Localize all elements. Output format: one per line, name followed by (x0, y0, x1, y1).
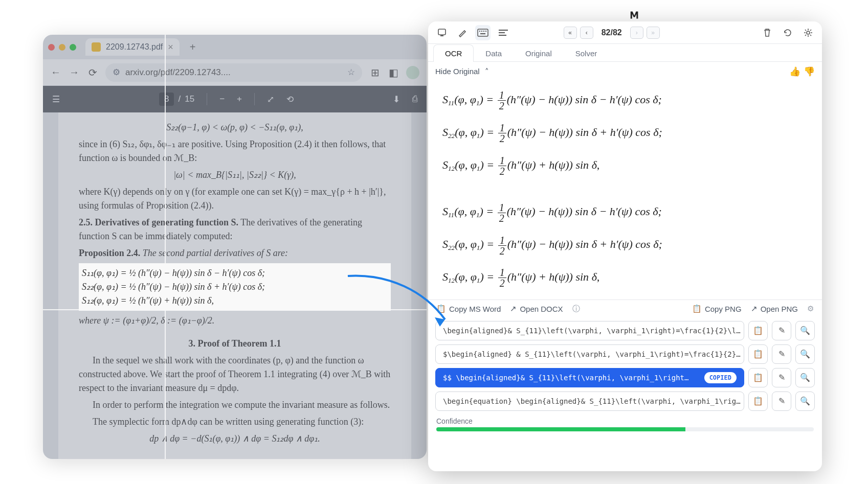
pdf-eq2: S₂₂(φ, φ₁) = ½ (h″(ψ) − h(ψ)) sin δ + h′… (82, 280, 391, 294)
latex-code[interactable]: $\begin{aligned} & S_{11}\left(\varphi, … (435, 344, 744, 364)
page-count: 82/82 (602, 28, 622, 37)
confidence-track (436, 427, 814, 431)
copied-badge: COPIED (704, 372, 737, 383)
browser-window: 2209.12743.pdf × + ← → ⟳ ⚙ arxiv.org/pdf… (43, 35, 427, 459)
rotate-icon[interactable]: ⟲ (286, 94, 294, 105)
latex-code[interactable]: \begin{aligned}& S_{11}\left(\varphi, \v… (435, 321, 744, 340)
copy-button[interactable]: 📋 (748, 391, 768, 411)
page-next-button[interactable]: › (630, 27, 643, 39)
pdf-eq-sym: dp ∧ dφ = −d(S₁(φ, φ₁)) ∧ dφ = S₁₂dφ ∧ d… (79, 432, 391, 446)
pdf-where: where ψ := (φ₁+φ)/2, δ := (φ₁−φ)/2. (79, 314, 391, 328)
svg-rect-9 (499, 32, 505, 33)
pdf-viewport[interactable]: S₂₂(φ−1, φ) < ω(p, φ) < −S₁₁(φ, φ₁), sin… (43, 112, 427, 459)
settings-icon[interactable] (800, 25, 816, 40)
svg-rect-2 (478, 29, 488, 36)
tab-data[interactable]: Data (474, 44, 514, 62)
zoom-in-icon[interactable]: + (237, 94, 242, 104)
panel-pager: « ‹ 82/82 › » (564, 27, 660, 39)
pdf-para1: since in (6) S₁₂, δφ₁, δφ₋₁ are positive… (79, 137, 391, 165)
edit-button[interactable]: ✎ (772, 368, 791, 387)
copy-button[interactable]: 📋 (748, 344, 768, 364)
svg-rect-3 (479, 31, 480, 32)
edit-button[interactable]: ✎ (772, 344, 791, 364)
help-icon[interactable]: ⓘ (572, 304, 580, 314)
crop-tool-icon[interactable] (434, 25, 450, 40)
minimize-window-icon[interactable] (59, 44, 65, 51)
maximize-window-icon[interactable] (70, 44, 76, 51)
hide-original-toggle[interactable]: Hide Original ˄ (435, 67, 489, 76)
svg-rect-0 (438, 29, 446, 35)
reload-button[interactable]: ⟳ (87, 66, 98, 79)
math-row-5: S22(φ, φ1) = 12(h″(ψ) − h(ψ)) sin δ + h′… (442, 228, 808, 261)
open-png-button[interactable]: ↗Open PNG (751, 304, 798, 313)
pdf-eq1: S₁₁(φ, φ₁) = ½ (h″(ψ) − h(ψ)) sin δ − h′… (82, 266, 391, 280)
page-current[interactable]: 8 (159, 93, 174, 106)
fit-page-icon[interactable]: ⤢ (267, 94, 274, 105)
sidepanel-icon[interactable]: ◧ (388, 66, 399, 79)
pdf-eq3: S₁₂(φ, φ₁) = ½ (h″(ψ) + h(ψ)) sin δ, (82, 294, 391, 308)
bookmark-icon[interactable]: ☆ (347, 67, 355, 78)
page-prev-button[interactable]: ‹ (580, 27, 593, 39)
print-icon[interactable]: ⎙ (412, 94, 417, 104)
tab-ocr[interactable]: OCR (433, 44, 474, 62)
tab-original[interactable]: Original (514, 44, 564, 62)
pen-tool-icon[interactable] (455, 25, 470, 40)
tab-solver[interactable]: Solver (564, 44, 609, 62)
search-button[interactable]: 🔍 (795, 321, 815, 340)
download-icon[interactable]: ⬇ (393, 94, 400, 105)
menu-icon[interactable]: ☰ (52, 94, 60, 105)
pdf-body2c: The symplectic form dp∧dφ can be written… (79, 415, 391, 429)
svg-rect-1 (440, 35, 443, 36)
pdf-para2: where K(γ) depends only on γ (for exampl… (79, 185, 391, 213)
pdf-toolbar: ☰ 8 / 15 − + ⤢ ⟲ ⬇ ⎙ (43, 86, 427, 112)
thumbs-up-icon[interactable]: 👍 (789, 66, 800, 77)
thumbs-down-icon[interactable]: 👎 (804, 66, 815, 77)
pdf-eq-bound: |ω| < max_B{|S₁₁|, |S₂₂|} < K(γ), (79, 168, 391, 182)
refresh-icon[interactable] (780, 25, 795, 40)
keyboard-tool-icon[interactable] (475, 25, 491, 40)
search-button[interactable]: 🔍 (795, 344, 815, 364)
edit-button[interactable]: ✎ (772, 391, 791, 411)
extensions-icon[interactable]: ⊞ (369, 66, 381, 79)
new-tab-button[interactable]: + (185, 39, 201, 55)
back-button[interactable]: ← (50, 66, 61, 78)
svg-point-11 (807, 31, 810, 34)
site-settings-icon[interactable]: ⚙ (113, 67, 120, 78)
pdf-body2a: In the sequel we shall work with the coo… (79, 354, 391, 395)
profile-avatar-icon[interactable] (406, 66, 419, 79)
search-button[interactable]: 🔍 (795, 368, 815, 387)
window-controls[interactable] (48, 44, 76, 51)
delete-icon[interactable] (760, 25, 775, 40)
copy-png-button[interactable]: 📋Copy PNG (692, 304, 742, 313)
export-settings-icon[interactable]: ⚙ (807, 304, 814, 313)
svg-rect-5 (483, 31, 484, 32)
latex-row: $\begin{aligned} & S_{11}\left(\varphi, … (435, 344, 815, 364)
latex-code[interactable]: \begin{equation} \begin{aligned}& S_{11}… (435, 391, 744, 411)
page-first-button[interactable]: « (564, 27, 577, 39)
forward-button[interactable]: → (69, 66, 80, 78)
snip-panel: « ‹ 82/82 › » OCR Data Original Solver H… (428, 21, 822, 471)
external-link-icon: ↗ (510, 304, 517, 313)
external-link-icon: ↗ (751, 304, 758, 313)
clipboard-icon: 📋 (436, 304, 446, 313)
math-preview: S11(φ, φ1) = 12(h″(ψ) − h(ψ)) sin δ − h′… (428, 81, 822, 299)
copy-button[interactable]: 📋 (748, 368, 768, 387)
confidence-bar: Confidence (428, 414, 822, 439)
latex-output-list: \begin{aligned}& S_{11}\left(\varphi, \v… (428, 318, 822, 414)
zoom-out-icon[interactable]: − (219, 94, 225, 104)
open-docx-button[interactable]: ↗Open DOCX (510, 304, 563, 313)
page-last-button[interactable]: » (647, 27, 660, 39)
close-window-icon[interactable] (48, 44, 55, 51)
search-button[interactable]: 🔍 (795, 391, 815, 411)
close-tab-icon[interactable]: × (168, 42, 173, 52)
copy-button[interactable]: 📋 (748, 321, 768, 340)
pdf-equation-block: S₁₁(φ, φ₁) = ½ (h″(ψ) − h(ψ)) sin δ − h′… (79, 263, 391, 311)
align-tool-icon[interactable] (496, 25, 511, 40)
latex-code-text: $$ \begin{aligned}& S_{11}\left(\varphi,… (443, 374, 688, 382)
url-field[interactable]: ⚙ arxiv.org/pdf/2209.12743.... ☆ (105, 63, 362, 82)
edit-button[interactable]: ✎ (772, 321, 791, 340)
panel-subheader: Hide Original ˄ 👍 👎 (428, 62, 822, 81)
copy-word-button[interactable]: 📋Copy MS Word (436, 304, 501, 313)
latex-code-selected[interactable]: $$ \begin{aligned}& S_{11}\left(\varphi,… (435, 368, 744, 387)
export-actions: 📋Copy MS Word ↗Open DOCX ⓘ 📋Copy PNG ↗Op… (428, 299, 822, 318)
